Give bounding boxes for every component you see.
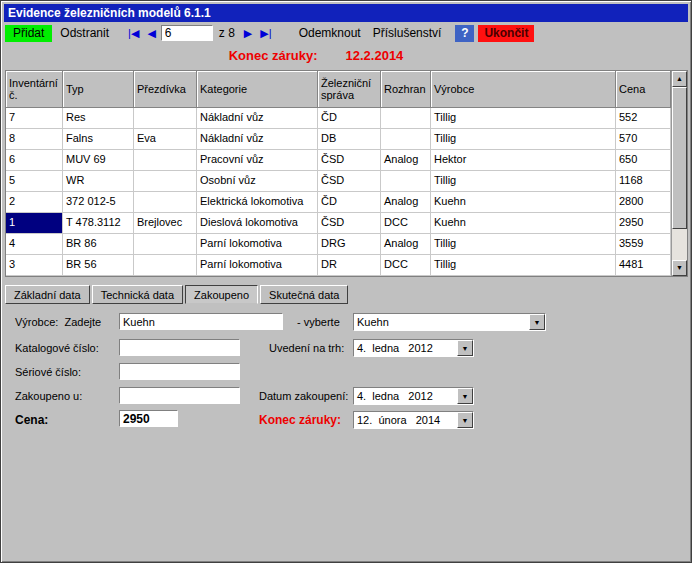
table-row[interactable]: 3BR 56Parní lokomotivaDRDCCTillig4481 — [6, 255, 671, 276]
price-input[interactable] — [119, 410, 178, 427]
manufacturer-select[interactable]: Kuehn ▼ — [353, 313, 546, 331]
table-cell[interactable]: DR — [318, 255, 381, 276]
record-position-input[interactable] — [161, 25, 213, 41]
table-cell[interactable]: BR 56 — [63, 255, 134, 276]
table-cell[interactable] — [134, 108, 197, 129]
table-cell[interactable]: DCC — [381, 213, 431, 234]
table-cell[interactable]: Dieslová lokomotiva — [197, 213, 318, 234]
table-cell[interactable]: Osobní vůz — [197, 171, 318, 192]
table-row[interactable]: 5WROsobní vůzČSDTillig1168 — [6, 171, 671, 192]
quit-button[interactable]: Ukončit — [478, 25, 534, 42]
catalog-number-input[interactable] — [119, 339, 240, 356]
table-cell[interactable]: Tillig — [431, 129, 616, 150]
table-cell[interactable]: 650 — [616, 150, 671, 171]
table-cell[interactable]: Tillig — [431, 108, 616, 129]
table-cell[interactable]: ČSD — [318, 171, 381, 192]
scroll-up-icon[interactable]: ▲ — [672, 71, 687, 87]
warranty-date-picker[interactable]: 12. února 2014 ▼ — [353, 411, 474, 429]
table-cell[interactable] — [381, 129, 431, 150]
table-cell[interactable]: Brejlovec — [134, 213, 197, 234]
table-cell[interactable]: 3559 — [616, 234, 671, 255]
table-cell[interactable]: Parní lokomotiva — [197, 234, 318, 255]
table-cell[interactable]: 2 — [6, 192, 63, 213]
table-cell[interactable] — [381, 108, 431, 129]
nav-prev-button[interactable]: ◀ — [144, 27, 158, 40]
table-cell[interactable]: Tillig — [431, 234, 616, 255]
table-row[interactable]: 2372 012-5Elektrická lokomotivaČDAnalogK… — [6, 192, 671, 213]
table-cell[interactable]: 372 012-5 — [63, 192, 134, 213]
nav-last-button[interactable]: ▶| — [257, 27, 274, 40]
table-cell[interactable]: Tillig — [431, 171, 616, 192]
title-bar[interactable]: Evidence železničních modelů 6.1.1 — [4, 4, 688, 22]
table-cell[interactable]: 4481 — [616, 255, 671, 276]
table-cell[interactable]: 552 — [616, 108, 671, 129]
table-cell[interactable]: 8 — [6, 129, 63, 150]
table-cell[interactable]: 5 — [6, 171, 63, 192]
table-cell[interactable]: DRG — [318, 234, 381, 255]
chevron-down-icon[interactable]: ▼ — [457, 412, 473, 428]
table-row[interactable]: 4BR 86Parní lokomotivaDRGAnalogTillig355… — [6, 234, 671, 255]
table-row[interactable]: 7ResNákladní vůzČDTillig552 — [6, 108, 671, 129]
table-cell[interactable]: Falns — [63, 129, 134, 150]
add-button[interactable]: Přidat — [5, 25, 52, 42]
remove-button[interactable]: Odstranit — [56, 25, 113, 42]
table-cell[interactable]: DB — [318, 129, 381, 150]
table-cell[interactable]: 1 — [6, 213, 63, 234]
column-header-prezdivka[interactable]: Přezdívka — [134, 71, 197, 108]
table-cell[interactable]: ČD — [318, 108, 381, 129]
table-cell[interactable]: Eva — [134, 129, 197, 150]
table-cell[interactable]: 1168 — [616, 171, 671, 192]
scroll-down-icon[interactable]: ▼ — [672, 260, 687, 276]
table-cell[interactable]: 2800 — [616, 192, 671, 213]
table-cell[interactable] — [134, 192, 197, 213]
table-cell[interactable] — [134, 255, 197, 276]
table-cell[interactable]: 2950 — [616, 213, 671, 234]
table-cell[interactable]: WR — [63, 171, 134, 192]
table-cell[interactable]: Analog — [381, 234, 431, 255]
table-cell[interactable]: 4 — [6, 234, 63, 255]
column-header-zeleznicni-sprava[interactable]: Železniční správa — [318, 71, 381, 108]
table-cell[interactable]: Hektor — [431, 150, 616, 171]
table-cell[interactable] — [134, 171, 197, 192]
table-cell[interactable]: Kuehn — [431, 192, 616, 213]
nav-next-button[interactable]: ▶ — [241, 27, 255, 40]
table-cell[interactable]: Kuehn — [431, 213, 616, 234]
table-cell[interactable]: 7 — [6, 108, 63, 129]
table-cell[interactable] — [381, 171, 431, 192]
table-cell[interactable]: MUV 69 — [63, 150, 134, 171]
serial-number-input[interactable] — [119, 363, 240, 380]
table-cell[interactable]: Elektrická lokomotiva — [197, 192, 318, 213]
table-cell[interactable]: Analog — [381, 192, 431, 213]
scrollbar-thumb[interactable] — [672, 87, 687, 229]
table-cell[interactable] — [134, 234, 197, 255]
nav-first-button[interactable]: |◀ — [125, 27, 142, 40]
table-row[interactable]: 1T 478.3112BrejlovecDieslová lokomotivaČ… — [6, 213, 671, 234]
table-cell[interactable]: Pracovní vůz — [197, 150, 318, 171]
chevron-down-icon[interactable]: ▼ — [457, 340, 473, 356]
table-cell[interactable]: Parní lokomotiva — [197, 255, 318, 276]
table-row[interactable]: 8FalnsEvaNákladní vůzDBTillig570 — [6, 129, 671, 150]
table-cell[interactable]: BR 86 — [63, 234, 134, 255]
tab-skutecna-data[interactable]: Skutečná data — [260, 285, 348, 304]
market-date-picker[interactable]: 4. ledna 2012 ▼ — [353, 339, 474, 357]
unlock-button[interactable]: Odemknout — [295, 25, 365, 42]
column-header-typ[interactable]: Typ — [63, 71, 134, 108]
table-row[interactable]: 6MUV 69Pracovní vůzČSDAnalogHektor650 — [6, 150, 671, 171]
purchased-at-input[interactable] — [119, 387, 240, 404]
tab-zakladni-data[interactable]: Základní data — [5, 285, 90, 304]
column-header-vyrobce[interactable]: Výrobce — [431, 71, 616, 108]
chevron-down-icon[interactable]: ▼ — [529, 314, 545, 330]
table-cell[interactable]: DCC — [381, 255, 431, 276]
scrollbar-track[interactable] — [672, 87, 687, 260]
column-header-kategorie[interactable]: Kategorie — [197, 71, 318, 108]
table-cell[interactable] — [134, 150, 197, 171]
tab-technicka-data[interactable]: Technická data — [92, 285, 183, 304]
column-header-rozhran[interactable]: Rozhran — [381, 71, 431, 108]
table-cell[interactable]: 6 — [6, 150, 63, 171]
manufacturer-input[interactable] — [119, 313, 283, 330]
table-cell[interactable]: Nákladní vůz — [197, 108, 318, 129]
accessories-button[interactable]: Příslušenství — [369, 25, 446, 42]
column-header-inventarni-c[interactable]: Inventární č. — [6, 71, 63, 108]
table-cell[interactable]: ČD — [318, 192, 381, 213]
table-cell[interactable]: Nákladní vůz — [197, 129, 318, 150]
